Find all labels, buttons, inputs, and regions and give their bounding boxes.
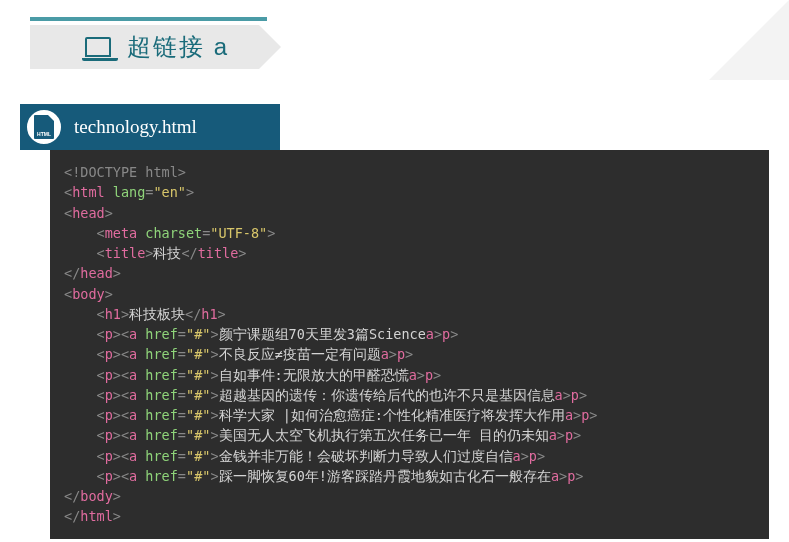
code-line-link: <p><a href="#">超越基因的遗传：你遗传给后代的也许不只是基因信息a… <box>64 385 755 405</box>
code-block: <!DOCTYPE html> <html lang="en"> <head> … <box>50 150 769 539</box>
code-line-link: <p><a href="#">不良反应≠疫苗一定有问题a>p> <box>64 344 755 364</box>
laptop-icon <box>85 37 111 57</box>
code-line-html-close: </html> <box>64 506 755 526</box>
code-line-link: <p><a href="#">科学大家 |如何治愈癌症:个性化精准医疗将发挥大作… <box>64 405 755 425</box>
code-line-link: <p><a href="#">金钱并非万能！会破坏判断力导致人们过度自信a>p> <box>64 446 755 466</box>
code-line-link: <p><a href="#">美国无人太空飞机执行第五次任务已一年 目的仍未知a… <box>64 425 755 445</box>
code-line-head-close: </head> <box>64 263 755 283</box>
html-file-icon: HTML <box>24 107 64 147</box>
file-name: technology.html <box>74 116 197 138</box>
file-header: HTML technology.html <box>20 104 280 150</box>
code-line-link: <p><a href="#">踩一脚恢复60年!游客踩踏丹霞地貌如古化石一般存在… <box>64 466 755 486</box>
code-line-link: <p><a href="#">颜宁课题组70天里发3篇Sciencea>p> <box>64 324 755 344</box>
section-header: 超链接 a <box>30 25 259 69</box>
code-line-body-close: </body> <box>64 486 755 506</box>
code-links-container: <p><a href="#">颜宁课题组70天里发3篇Sciencea>p> <… <box>64 324 755 486</box>
code-line-h1: <h1>科技板块</h1> <box>64 304 755 324</box>
code-line-doctype: <!DOCTYPE html> <box>64 162 755 182</box>
section-title: 超链接 a <box>127 31 229 63</box>
section-bar: 超链接 a <box>30 25 259 69</box>
code-line-head-open: <head> <box>64 203 755 223</box>
code-line-html-open: <html lang="en"> <box>64 182 755 202</box>
code-line-meta: <meta charset="UTF-8"> <box>64 223 755 243</box>
code-line-title: <title>科技</title> <box>64 243 755 263</box>
decorative-corner <box>709 0 789 80</box>
code-line-link: <p><a href="#">自如事件:无限放大的甲醛恐慌a>p> <box>64 365 755 385</box>
code-line-body-open: <body> <box>64 284 755 304</box>
